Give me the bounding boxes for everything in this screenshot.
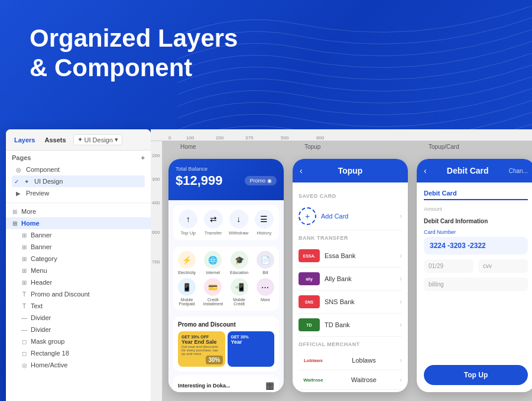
layer-menu[interactable]: ⊞ Menu [6,265,151,276]
td-bank-name: TD Bank [325,321,350,328]
component-icon: ◎ [14,165,22,174]
layer-header[interactable]: ⊞ Header [6,276,151,288]
debit-card-tab[interactable]: Debit Card [424,190,457,200]
bill-service[interactable]: 📄 Bill [254,251,277,275]
grid-icon: ⊞ [11,207,19,216]
layer-promo-label: Promo and Discount [31,291,90,298]
essa-chevron: › [400,252,402,260]
layer-promo[interactable]: T Promo and Discount [6,288,151,300]
layer-home-active-label: Home/Active [31,361,67,369]
withdraw-icon: ↓ [229,210,248,229]
layer-banner-2[interactable]: ⊞ Banner [6,241,151,253]
layer-home[interactable]: ⊞ Home [6,217,151,229]
credit-label: Credit Installment [202,298,224,306]
transfer-action[interactable]: ⇄ Transfer [204,210,223,236]
add-card-button[interactable]: + Add Card › [299,203,402,230]
internet-icon: 🌐 [204,251,222,269]
history-action[interactable]: ☰ History [255,210,274,236]
layer-more[interactable]: ⊞ More [6,206,151,217]
layer-divider-1[interactable]: — Divider [6,312,151,324]
page-item-ui-design[interactable]: ✓ ✦ UI Design [12,175,145,187]
education-label: Education [230,270,248,275]
pages-header: Pages + [12,154,145,161]
layer-category[interactable]: ⊞ Category [6,253,151,265]
layer-mask[interactable]: ◻ Mask group [6,335,151,347]
card-number-label: Card Number [424,229,528,235]
loblaws-name: Loblaws [352,357,375,364]
credit-service[interactable]: 💳 Credit Installment [202,278,224,306]
add-page-button[interactable]: + [141,154,145,161]
layers-list: ⊞ More ⊞ Home ⊞ Banner ⊞ Banner ⊞ Catego… [6,203,151,373]
topup-action[interactable]: ↑ Top Up [179,210,197,236]
ally-bank-item[interactable]: ally Ally Bank › [299,268,402,291]
topup-section-label: Topup [304,144,320,150]
add-card-icon: + [299,207,316,225]
home-header: Total Balance $12,999 Promo ◉ [168,159,284,200]
headline-line1: Organized Layers [30,24,238,52]
amount-label: Amount [424,206,528,212]
ui-design-tab[interactable]: ✦ UI Design ▾ [73,134,122,145]
layer-home-active[interactable]: ◎ Home/Active [6,359,151,371]
official-merchant-header: OFFICIAL MERCHANT [299,341,402,347]
saved-card-header: SAVED CARD [299,193,402,199]
layer-rect[interactable]: ◻ Rectangle 18 [6,347,151,359]
topup-button[interactable]: Top Up [424,365,528,385]
category-icon: ⊞ [20,255,28,263]
essa-bank-item[interactable]: ESSA. Essa Bank › [299,244,402,268]
home-section-label: Home [180,144,196,150]
back-button[interactable]: ‹ [300,166,303,175]
waitrose-item[interactable]: Waitrose Waitrose › [299,370,402,390]
layer-banner-1[interactable]: ⊞ Banner [6,229,151,241]
ally-bank-logo: ally [299,272,320,285]
promo-card-1: GET 30% OFF Year End Sale Get year-end d… [178,331,225,367]
debit-tabs: Debit Card [424,190,528,200]
rect-icon: ◻ [20,349,28,357]
education-icon: 🎓 [231,251,248,269]
more-service[interactable]: ⋯ More [254,278,277,306]
debit-back-button[interactable]: ‹ [424,166,427,175]
ruler-mark-100: 100 [186,135,194,141]
services-grid: ⚡ Electricity 🌐 Internet 🎓 Education [173,246,279,311]
electricity-service[interactable]: ⚡ Electricity [176,251,198,275]
promo-section-title: Promo and Discount [178,321,274,328]
sns-bank-name: SNS Bank [325,298,355,305]
layers-tab[interactable]: Layers [12,135,37,145]
card-number-field[interactable]: 3224 -3203 -2322 [424,237,528,255]
change-link[interactable]: Chan... [509,168,528,174]
transfer-icon: ⇄ [204,210,223,229]
layer-text[interactable]: T Text [6,300,151,312]
transfer-label: Transfer [205,230,222,236]
cvv-field[interactable]: cvv [478,259,528,273]
sns-bank-item[interactable]: SNS SNS Bank › [299,291,402,314]
loblaws-item[interactable]: Loblaws Loblaws › [299,351,402,370]
withdraw-action[interactable]: ↓ Withdraw [229,210,248,236]
ui-design-icon: ✦ [77,136,83,144]
assets-tab[interactable]: Assets [42,135,68,145]
tesco-item[interactable]: TESCO Tesco › [299,390,402,392]
expiry-field[interactable]: 01/29 [424,259,473,273]
promo-button[interactable]: Promo ◉ [245,176,277,185]
layer-divider-2[interactable]: — Divider [6,324,151,335]
home-active-icon: ◎ [20,361,28,369]
topup-icon: ↑ [179,210,197,229]
mobile-credit-service[interactable]: 📲 Mobile Credit [228,278,251,306]
debit-title: Debit Card [447,166,489,175]
education-service[interactable]: 🎓 Education [228,251,251,275]
layers-panel: Layers Assets ✦ UI Design ▾ Pages + ◎ Co… [6,129,151,401]
quick-actions: ↑ Top Up ⇄ Transfer ↓ Withdraw ☰ [173,205,279,240]
ruler-300: 300 [152,177,160,182]
ruler-left: 200 300 400 600 700 [151,141,163,401]
amount-section: Amount [424,206,528,212]
billing-field[interactable]: billing [424,278,528,291]
ally-bank-left: ally Ally Bank [299,272,352,285]
add-card-text: Add Card [321,213,348,220]
layer-more-label: More [21,208,36,215]
debit-section-label: Topup/Card [429,144,459,150]
internet-service[interactable]: 🌐 Internet [202,251,224,275]
td-bank-item[interactable]: TD TD Bank › [299,314,402,337]
credit-icon: 💳 [204,278,222,296]
ruler-mark-0: 0 [168,135,171,141]
page-item-preview[interactable]: ▶ Preview [12,187,145,199]
mobile-postpaid-service[interactable]: 📱 Mobile Postpaid [176,278,198,306]
page-item-component[interactable]: ◎ Component [12,164,145,175]
